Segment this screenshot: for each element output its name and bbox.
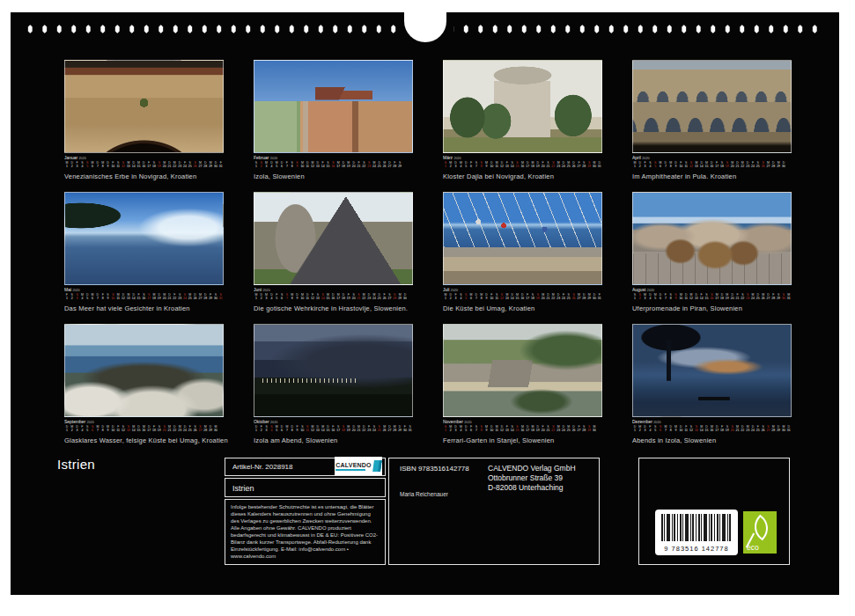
month-photo-coast-boat-racks-umag — [443, 192, 602, 285]
month-photo-colorful-houses-izola — [254, 60, 413, 153]
mini-calendar-month-label: August 2020 — [632, 288, 731, 291]
mini-calendar-month-label: Juni 2020 — [254, 288, 352, 291]
ean-barcode: 9 783516 142778 — [655, 510, 738, 555]
calvendo-logo-wordmark: CALVENDO — [335, 462, 371, 471]
month-thumbnail: November 2020 S1M2D3M4D5F6S7S8M9D10M11D1… — [443, 324, 602, 444]
month-photo-rocky-coast-umag — [64, 324, 224, 417]
mini-calendar-days: M1D2F3S4S5M6D7M8D9F10S11S12M13D14M15D16F… — [443, 293, 602, 299]
months-grid: Januar 2020 M1D2F3S4S5M6D7M8D9F10S11S12M… — [64, 60, 792, 444]
month-caption: Ferrari-Garten in Stanjel, Slowenien — [443, 436, 602, 444]
mini-calendar-month-label: Juli 2020 — [443, 288, 542, 291]
mini-calendar-month-label: März 2020 — [443, 156, 542, 159]
month-thumbnail: Juli 2020 M1D2F3S4S5M6D7M8D9F10S11S12M13… — [443, 192, 602, 312]
mini-calendar-days: M1D2F3S4S5M6D7M8D9F10S11S12M13D14M15D16F… — [632, 161, 792, 167]
mini-calendar: Juli 2020 M1D2F3S4S5M6D7M8D9F10S11S12M13… — [443, 287, 602, 302]
mini-calendar-month-label: Dezember 2020 — [632, 420, 731, 423]
calvendo-logo-teal-bar — [335, 469, 365, 471]
month-thumbnail: April 2020 M1D2F3S4S5M6D7M8D9F10S11S12M1… — [632, 60, 792, 180]
page-title: Istrien — [57, 457, 95, 472]
article-number-box: Artikel-Nr. 2028918 CALVENDO — [225, 458, 386, 476]
month-photo-izola-evening — [254, 324, 413, 417]
mini-calendar: November 2020 S1M2D3M4D5F6S7S8M9D10M11D1… — [443, 419, 602, 434]
mini-calendar: April 2020 M1D2F3S4S5M6D7M8D9F10S11S12M1… — [632, 155, 792, 170]
mini-calendar-month-label: September 2020 — [64, 420, 163, 423]
publisher-line: D-82008 Unterhaching — [488, 483, 576, 493]
month-photo-monastery-dajla — [443, 60, 602, 153]
month-photo-ferrari-garden-stanjel — [443, 324, 602, 417]
mini-calendar-month-label: April 2020 — [632, 156, 731, 159]
article-number: Artikel-Nr. 2028918 — [232, 463, 292, 471]
month-thumbnail: Juni 2020 M1D2M3D4F5S6S7M8D9M10D11F12S13… — [254, 192, 413, 312]
month-photo-promenade-piran — [632, 192, 792, 285]
month-caption: Izola am Abend, Slowenien — [254, 436, 413, 444]
mini-calendar-days: D1F2S3S4M5D6M7D8F9S10S11M12D13M14D15F16S… — [254, 425, 413, 431]
month-caption: Izola, Slowenien — [254, 172, 413, 180]
calvendo-logo: CALVENDO — [335, 457, 382, 475]
publisher-line: Ottobrunner Straße 39 — [488, 473, 576, 483]
mini-calendar: Mai 2020 F1S2S3M4D5M6D7F8S9S10M11D12M13D… — [64, 287, 224, 302]
month-caption: Venezianisches Erbe in Novigrad, Kroatie… — [64, 172, 224, 180]
month-photo-stone-archway-novigrad — [64, 60, 224, 153]
month-thumbnail: März 2020 S1M2D3M4D5F6S7S8M9D10M11D12F13… — [443, 60, 602, 180]
month-photo-fortified-church-hrastovlje — [254, 192, 413, 285]
month-caption: Kloster Dajla bei Novigrad, Kroatien — [443, 172, 602, 180]
author-name: Maria Reichenauer — [400, 491, 448, 497]
barcode-number: 9 783516 142778 — [655, 545, 738, 553]
mini-calendar-days: D1M2D3F4S5S6M7D8M9D10F11S12S13M14D15M16D… — [632, 425, 792, 431]
calendar-title-box: Istrien — [225, 478, 386, 497]
mini-calendar-month-label: Mai 2020 — [64, 288, 163, 291]
mini-calendar-days: S1M2D3M4D5F6S7S8M9D10M11D12F13S14S15M16D… — [443, 425, 602, 431]
publisher-box: ISBN 9783516142778 CALVENDO Verlag GmbH … — [388, 458, 600, 565]
month-caption: Glasklares Wasser, felsige Küste bei Uma… — [64, 436, 224, 444]
mini-calendar-days: M1D2M3D4F5S6S7M8D9M10D11F12S13S14M15D16M… — [254, 293, 413, 299]
month-caption: Das Meer hat viele Gesichter in Kroatien — [64, 304, 224, 312]
barcode-bars — [661, 514, 732, 541]
mini-calendar-days: F1S2S3M4D5M6D7F8S9S10M11D12M13D14F15S16S… — [64, 293, 224, 299]
month-thumbnail: Dezember 2020 D1M2D3F4S5S6M7D8M9D10F11S1… — [632, 324, 792, 444]
mini-calendar: Juni 2020 M1D2M3D4F5S6S7M8D9M10D11F12S13… — [254, 287, 413, 302]
month-caption: Die Küste bei Umag, Kroatien — [443, 304, 602, 312]
mini-calendar: März 2020 S1M2D3M4D5F6S7S8M9D10M11D12F13… — [443, 155, 602, 170]
legal-text-box: Infolge bestehender Schutzrechte ist es … — [225, 499, 386, 565]
eco-label: eco — [747, 543, 759, 552]
mini-calendar: Dezember 2020 D1M2D3F4S5S6M7D8M9D10F11S1… — [632, 419, 792, 434]
month-caption: Im Amphitheater in Pula. Kroatien — [632, 172, 792, 180]
isbn-text: ISBN 9783516142778 — [400, 465, 469, 473]
publisher-line: CALVENDO Verlag GmbH — [488, 464, 576, 473]
mini-calendar-month-label: Februar 2020 — [254, 156, 352, 159]
mini-calendar-month-label: Oktober 2020 — [254, 420, 352, 423]
month-thumbnail: September 2020 D1M2D3F4S5S6M7D8M9D10F11S… — [64, 324, 224, 444]
month-photo-amphitheater-pula — [632, 60, 792, 153]
mini-calendar-month-label: November 2020 — [443, 420, 542, 423]
month-photo-sea-mist-croatia — [64, 192, 224, 285]
mini-calendar-days: D1M2D3F4S5S6M7D8M9D10F11S12S13M14D15M16D… — [64, 425, 224, 431]
month-photo-palm-bench-izola-dusk — [632, 324, 792, 417]
mini-calendar: September 2020 D1M2D3F4S5S6M7D8M9D10F11S… — [64, 419, 224, 434]
month-thumbnail: Januar 2020 M1D2F3S4S5M6D7M8D9F10S11S12M… — [64, 60, 224, 180]
mini-calendar: August 2020 S1S2M3D4M5D6F7S8S9M10D11M12D… — [632, 287, 792, 302]
mini-calendar-days: M1D2F3S4S5M6D7M8D9F10S11S12M13D14M15D16F… — [64, 161, 224, 167]
month-caption: Abends in Izola, Slowenien — [632, 436, 792, 444]
barcode-box: 9 783516 142778 eco — [638, 458, 790, 565]
month-thumbnail: Mai 2020 F1S2S3M4D5M6D7F8S9S10M11D12M13D… — [64, 192, 224, 312]
month-thumbnail: Oktober 2020 D1F2S3S4M5D6M7D8F9S10S11M12… — [254, 324, 413, 444]
month-thumbnail: August 2020 S1S2M3D4M5D6F7S8S9M10D11M12D… — [632, 192, 792, 312]
mini-calendar-month-label: Januar 2020 — [64, 156, 163, 159]
calendar-title: Istrien — [232, 484, 254, 493]
calendar-back-page: Januar 2020 M1D2F3S4S5M6D7M8D9F10S11S12M… — [11, 12, 839, 595]
eco-logo: eco — [743, 511, 777, 554]
mini-calendar: Januar 2020 M1D2F3S4S5M6D7M8D9F10S11S12M… — [64, 155, 224, 170]
month-thumbnail: Februar 2020 S1S2M3D4M5D6F7S8S9M10D11M12… — [254, 60, 413, 180]
legal-text: Infolge bestehender Schutzrechte ist es … — [231, 503, 380, 560]
calvendo-book-icon — [372, 460, 382, 472]
month-caption: Uferpromenade in Piran, Slowenien — [632, 304, 792, 312]
mini-calendar: Februar 2020 S1S2M3D4M5D6F7S8S9M10D11M12… — [254, 155, 413, 170]
publisher-address: CALVENDO Verlag GmbH Ottobrunner Straße … — [488, 464, 576, 493]
month-caption: Die gotische Wehrkirche in Hrastovlje, S… — [254, 304, 413, 312]
mini-calendar-days: S1S2M3D4M5D6F7S8S9M10D11M12D13F14S15S16M… — [254, 161, 413, 167]
mini-calendar-days: S1S2M3D4M5D6F7S8S9M10D11M12D13F14S15S16M… — [632, 293, 792, 299]
mini-calendar: Oktober 2020 D1F2S3S4M5D6M7D8F9S10S11M12… — [254, 419, 413, 434]
mini-calendar-days: S1M2D3M4D5F6S7S8M9D10M11D12F13S14S15M16D… — [443, 161, 602, 167]
